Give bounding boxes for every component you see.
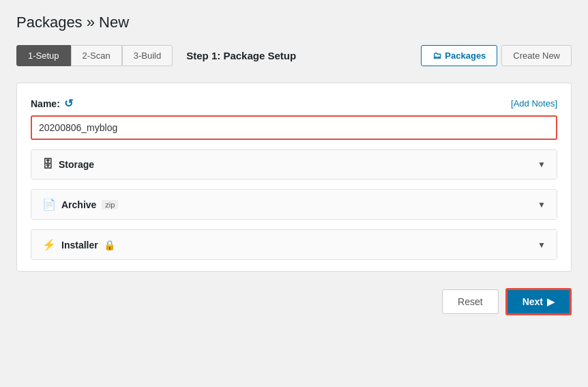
installer-section: ⚡ Installer 🔒 ▼ bbox=[31, 229, 557, 260]
storage-section-header[interactable]: 🗄 Storage ▼ bbox=[31, 150, 557, 179]
next-arrow-icon: ▶ bbox=[547, 296, 555, 307]
archive-icon: 📄 bbox=[42, 198, 56, 211]
storage-chevron-icon: ▼ bbox=[538, 160, 546, 169]
step1-button[interactable]: 1-Setup bbox=[16, 45, 71, 66]
packages-button[interactable]: 🗂 Packages bbox=[421, 45, 497, 66]
toolbar: 1-Setup 2-Scan 3-Build Step 1: Package S… bbox=[16, 45, 572, 66]
archive-section: 📄 Archive zip ▼ bbox=[31, 189, 557, 220]
storage-icon: 🗄 bbox=[42, 158, 53, 171]
main-content: Name: ↺ [Add Notes] 🗄 Storage ▼ 📄 Archiv… bbox=[16, 83, 572, 272]
lock-icon: 🔒 bbox=[104, 240, 115, 250]
name-row: Name: ↺ [Add Notes] bbox=[31, 97, 557, 110]
name-input[interactable] bbox=[31, 115, 557, 140]
installer-title: Installer bbox=[61, 240, 98, 250]
step2-button[interactable]: 2-Scan bbox=[71, 45, 122, 66]
storage-title: Storage bbox=[59, 159, 94, 170]
table-icon: 🗂 bbox=[432, 51, 441, 61]
installer-section-header[interactable]: ⚡ Installer 🔒 ▼ bbox=[31, 230, 557, 259]
step-title: Step 1: Package Setup bbox=[181, 50, 296, 61]
page-title: Packages » New bbox=[16, 14, 572, 31]
reset-name-icon[interactable]: ↺ bbox=[64, 97, 73, 110]
reset-button[interactable]: Reset bbox=[442, 289, 499, 314]
footer: Reset Next ▶ bbox=[16, 288, 572, 315]
archive-badge: zip bbox=[102, 200, 118, 210]
create-new-button[interactable]: Create New bbox=[501, 45, 572, 66]
add-notes-link[interactable]: [Add Notes] bbox=[511, 98, 557, 109]
storage-section: 🗄 Storage ▼ bbox=[31, 149, 557, 180]
installer-chevron-icon: ▼ bbox=[538, 240, 546, 250]
step3-button[interactable]: 3-Build bbox=[122, 45, 173, 66]
archive-section-header[interactable]: 📄 Archive zip ▼ bbox=[31, 190, 557, 219]
name-label: Name: ↺ bbox=[31, 97, 73, 110]
installer-icon: ⚡ bbox=[42, 238, 56, 251]
next-button[interactable]: Next ▶ bbox=[505, 288, 572, 315]
archive-title: Archive bbox=[61, 199, 96, 210]
archive-chevron-icon: ▼ bbox=[538, 200, 546, 210]
